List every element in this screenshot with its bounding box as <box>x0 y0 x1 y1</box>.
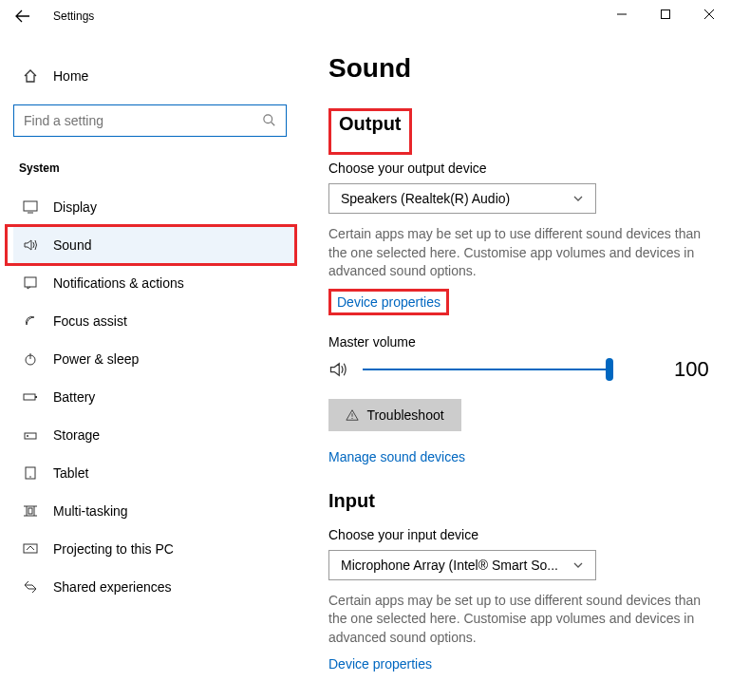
svg-point-14 <box>29 476 31 478</box>
sidebar-item-label: Shared experiences <box>53 579 172 595</box>
chevron-down-icon <box>572 193 584 204</box>
volume-slider[interactable] <box>363 369 609 370</box>
back-arrow-icon <box>15 9 30 24</box>
page-title: Sound <box>328 53 720 84</box>
sidebar-item-display[interactable]: Display <box>13 188 296 226</box>
back-button[interactable] <box>13 7 32 26</box>
troubleshoot-button[interactable]: Troubleshoot <box>328 399 461 431</box>
home-label: Home <box>53 68 88 84</box>
sidebar-item-power[interactable]: Power & sleep <box>13 340 296 378</box>
input-device-properties-link[interactable]: Device properties <box>328 656 432 672</box>
output-device-value: Speakers (Realtek(R) Audio) <box>341 191 510 206</box>
svg-point-22 <box>352 418 353 419</box>
highlight-annotation: Output <box>328 108 412 155</box>
sidebar-item-multitasking[interactable]: Multi-tasking <box>13 492 296 530</box>
input-device-value: Microphone Array (Intel® Smart So... <box>341 558 558 573</box>
output-device-dropdown[interactable]: Speakers (Realtek(R) Audio) <box>328 183 596 214</box>
volume-control: 100 <box>328 357 720 382</box>
sidebar-item-tablet[interactable]: Tablet <box>13 454 296 492</box>
sidebar-item-storage[interactable]: Storage <box>13 416 296 454</box>
svg-line-3 <box>272 123 275 126</box>
sidebar-item-shared[interactable]: Shared experiences <box>13 568 296 606</box>
sidebar-item-label: Battery <box>53 389 95 405</box>
svg-rect-4 <box>24 201 37 211</box>
close-icon <box>704 9 714 19</box>
shared-icon <box>19 579 42 595</box>
sidebar-item-label: Power & sleep <box>53 351 139 367</box>
svg-rect-6 <box>25 277 36 287</box>
battery-icon <box>19 389 42 405</box>
chevron-down-icon <box>572 559 584 571</box>
projecting-icon <box>19 541 42 557</box>
volume-icon[interactable] <box>328 360 355 379</box>
maximize-button[interactable] <box>644 0 687 28</box>
svg-point-2 <box>264 115 272 123</box>
output-heading: Output <box>339 113 402 135</box>
svg-rect-9 <box>24 394 35 400</box>
svg-rect-19 <box>28 508 32 514</box>
sidebar-item-focus-assist[interactable]: Focus assist <box>13 302 296 340</box>
input-heading: Input <box>328 490 375 512</box>
search-icon <box>263 114 276 127</box>
master-volume-label: Master volume <box>328 334 720 350</box>
manage-sound-link[interactable]: Manage sound devices <box>328 449 465 464</box>
sidebar-item-label: Tablet <box>53 465 88 481</box>
sound-icon <box>19 237 42 253</box>
window-title: Settings <box>53 9 94 23</box>
svg-rect-1 <box>662 10 670 19</box>
warning-icon <box>346 408 359 422</box>
storage-icon <box>19 427 42 443</box>
maximize-icon <box>661 9 670 19</box>
minimize-button[interactable] <box>600 0 644 28</box>
input-desc: Certain apps may be set up to use differ… <box>328 592 718 648</box>
device-properties-link[interactable]: Device properties <box>337 294 440 310</box>
sidebar-item-label: Notifications & actions <box>53 275 184 291</box>
search-input[interactable] <box>24 113 263 128</box>
sidebar-item-label: Storage <box>53 427 100 443</box>
multitasking-icon <box>19 503 42 519</box>
highlight-annotation <box>5 224 297 266</box>
input-device-dropdown[interactable]: Microphone Array (Intel® Smart So... <box>328 550 596 580</box>
main-content: Sound Output Choose your output device S… <box>302 32 731 700</box>
close-button[interactable] <box>687 0 731 28</box>
minimize-icon <box>617 9 627 19</box>
volume-value: 100 <box>674 357 709 382</box>
svg-rect-10 <box>35 396 37 398</box>
sidebar-item-label: Sound <box>53 237 91 253</box>
sidebar-item-label: Focus assist <box>53 313 127 329</box>
power-icon <box>19 351 42 367</box>
choose-input-label: Choose your input device <box>328 527 720 542</box>
sidebar-item-projecting[interactable]: Projecting to this PC <box>13 530 296 568</box>
sidebar-item-notifications[interactable]: Notifications & actions <box>13 264 296 302</box>
slider-thumb[interactable] <box>606 358 613 381</box>
display-icon <box>19 199 42 215</box>
section-system: System <box>13 158 296 188</box>
window-controls <box>600 0 731 28</box>
highlight-annotation: Device properties <box>328 289 449 315</box>
sidebar-item-battery[interactable]: Battery <box>13 378 296 416</box>
home-icon <box>19 68 42 84</box>
svg-point-12 <box>27 435 28 437</box>
sidebar: Home System Display Sound Notifications … <box>0 32 302 700</box>
sidebar-item-sound[interactable]: Sound <box>13 226 296 264</box>
tablet-icon <box>19 465 42 481</box>
notifications-icon <box>19 275 42 291</box>
sidebar-item-label: Projecting to this PC <box>53 541 174 557</box>
choose-output-label: Choose your output device <box>328 161 720 176</box>
sidebar-item-label: Multi-tasking <box>53 503 128 519</box>
troubleshoot-label: Troubleshoot <box>366 407 443 423</box>
sidebar-item-label: Display <box>53 199 97 215</box>
home-nav[interactable]: Home <box>13 59 296 93</box>
svg-rect-11 <box>25 433 36 439</box>
output-desc: Certain apps may be set up to use differ… <box>328 225 718 281</box>
focus-assist-icon <box>19 313 42 329</box>
search-input-box[interactable] <box>13 104 287 137</box>
